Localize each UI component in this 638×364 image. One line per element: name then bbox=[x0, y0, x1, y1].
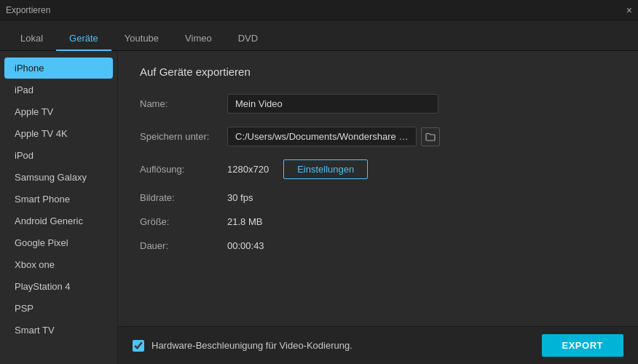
sidebar: iPhone iPad Apple TV Apple TV 4K iPod Sa… bbox=[0, 51, 118, 364]
framerate-row: Bildrate: 30 fps bbox=[140, 192, 616, 203]
resolution-label: Auflösung: bbox=[140, 164, 227, 175]
size-row: Größe: 21.8 MB bbox=[140, 216, 616, 227]
export-panel: Auf Geräte exportieren Name: Speichern u… bbox=[118, 51, 638, 279]
sidebar-item-iphone[interactable]: iPhone bbox=[4, 58, 113, 79]
sidebar-item-samsung-galaxy[interactable]: Samsung Galaxy bbox=[4, 167, 113, 188]
resolution-value: 1280x720 bbox=[227, 164, 269, 175]
tab-lokal[interactable]: Lokal bbox=[7, 27, 56, 51]
sidebar-item-google-pixel[interactable]: Google Pixel bbox=[4, 232, 113, 253]
export-button[interactable]: EXPORT bbox=[542, 334, 623, 357]
save-label: Speichern unter: bbox=[140, 131, 227, 142]
bottom-bar: Hardware-Beschleunigung für Video-Kodier… bbox=[118, 326, 638, 364]
duration-value: 00:00:43 bbox=[227, 240, 616, 251]
name-input[interactable] bbox=[227, 94, 438, 114]
path-row bbox=[227, 127, 440, 146]
tab-geraete[interactable]: Geräte bbox=[56, 27, 111, 51]
sidebar-item-apple-tv[interactable]: Apple TV bbox=[4, 101, 113, 122]
resolution-value-row: 1280x720 Einstellungen bbox=[227, 159, 368, 179]
sidebar-item-apple-tv-4k[interactable]: Apple TV 4K bbox=[4, 123, 113, 144]
duration-row: Dauer: 00:00:43 bbox=[140, 240, 616, 251]
sidebar-item-smart-phone[interactable]: Smart Phone bbox=[4, 189, 113, 210]
sidebar-item-android-generic[interactable]: Android Generic bbox=[4, 210, 113, 232]
size-label: Größe: bbox=[140, 216, 227, 227]
framerate-label: Bildrate: bbox=[140, 192, 227, 203]
window-title: Exportieren bbox=[6, 5, 50, 15]
size-value: 21.8 MB bbox=[227, 216, 616, 227]
sidebar-item-xbox-one[interactable]: Xbox one bbox=[4, 254, 113, 275]
tabs-bar: Lokal Geräte Youtube Vimeo DVD bbox=[0, 20, 638, 51]
name-row: Name: bbox=[140, 94, 616, 114]
name-label: Name: bbox=[140, 98, 227, 109]
sidebar-item-ipad[interactable]: iPad bbox=[4, 79, 113, 100]
hw-acceleration-checkbox[interactable] bbox=[133, 340, 144, 352]
hw-acceleration-label: Hardware-Beschleunigung für Video-Kodier… bbox=[151, 340, 353, 351]
sidebar-item-playstation-4[interactable]: PlayStation 4 bbox=[4, 276, 113, 297]
resolution-row: Auflösung: 1280x720 Einstellungen bbox=[140, 159, 616, 179]
save-row: Speichern unter: bbox=[140, 127, 616, 146]
close-button[interactable]: × bbox=[626, 5, 632, 15]
folder-button[interactable] bbox=[421, 127, 440, 146]
title-bar: Exportieren × bbox=[0, 0, 638, 20]
sidebar-item-ipod[interactable]: iPod bbox=[4, 145, 113, 166]
tab-youtube[interactable]: Youtube bbox=[111, 27, 172, 51]
sidebar-item-smart-tv[interactable]: Smart TV bbox=[4, 320, 113, 341]
main-content: iPhone iPad Apple TV Apple TV 4K iPod Sa… bbox=[0, 51, 638, 364]
settings-button[interactable]: Einstellungen bbox=[283, 159, 368, 179]
panel-title: Auf Geräte exportieren bbox=[140, 66, 616, 78]
duration-label: Dauer: bbox=[140, 240, 227, 251]
path-input[interactable] bbox=[227, 127, 417, 146]
tab-vimeo[interactable]: Vimeo bbox=[172, 27, 225, 51]
framerate-value: 30 fps bbox=[227, 192, 616, 203]
tab-dvd[interactable]: DVD bbox=[225, 27, 271, 51]
sidebar-item-psp[interactable]: PSP bbox=[4, 298, 113, 319]
